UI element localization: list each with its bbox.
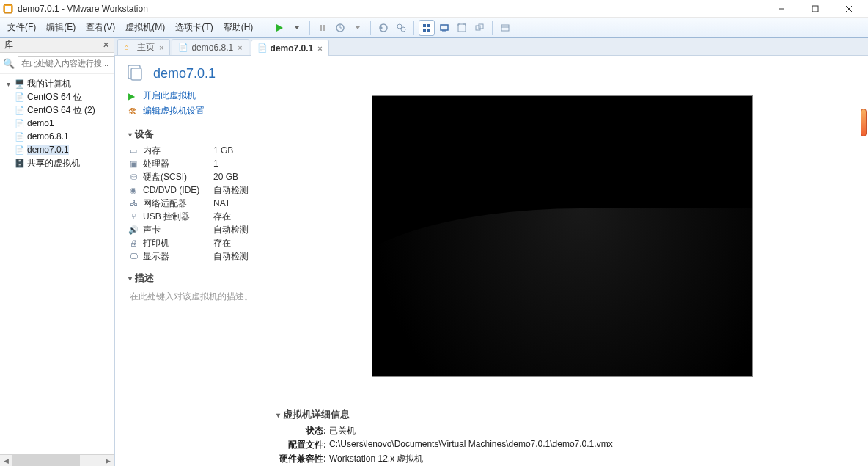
cpu-icon: ▣ bbox=[128, 159, 139, 169]
tree-label: CentOS 64 位 bbox=[27, 91, 82, 103]
devices-section-header[interactable]: ▾ 设备 bbox=[128, 128, 254, 141]
tab-label: demo7.0.1 bbox=[271, 43, 314, 54]
tree-node-vm[interactable]: 📄 demo1 bbox=[1, 117, 114, 130]
tree-node-vm[interactable]: 📄 CentOS 64 位 bbox=[1, 90, 114, 103]
device-row-cpu[interactable]: ▣处理器1 bbox=[128, 157, 254, 170]
menu-help[interactable]: 帮助(H) bbox=[219, 20, 258, 35]
edit-icon: 🛠 bbox=[128, 106, 139, 117]
sidebar: 库 ✕ 🔍 ▼ ▾ 🖥️ 我的计算机 📄 CentOS 64 位 📄 CentO… bbox=[0, 38, 114, 466]
app-logo-icon bbox=[3, 4, 13, 14]
description-placeholder[interactable]: 在此处键入对该虚拟机的描述。 bbox=[128, 288, 254, 306]
tab-close-icon[interactable]: × bbox=[317, 44, 322, 53]
vm-right-pane: ▾ 虚拟机详细信息 状态:已关机 配置文件:C:\Users\lenovo\Do… bbox=[262, 88, 868, 466]
tree-node-vm[interactable]: 📄 CentOS 64 位 (2) bbox=[1, 103, 114, 117]
vm-console-preview[interactable] bbox=[372, 95, 753, 377]
svg-rect-21 bbox=[427, 29, 430, 32]
close-button[interactable] bbox=[839, 1, 859, 16]
svg-rect-27 bbox=[501, 25, 509, 31]
tree-node-shared[interactable]: 🗄️ 共享的虚拟机 bbox=[1, 156, 114, 170]
hdd-icon: ⛁ bbox=[128, 172, 139, 182]
power-on-icon[interactable] bbox=[271, 20, 287, 36]
collapse-icon: ▾ bbox=[128, 131, 132, 139]
menu-file[interactable]: 文件(F) bbox=[3, 20, 40, 35]
tab-close-icon[interactable]: × bbox=[159, 43, 163, 52]
unity-icon[interactable] bbox=[471, 20, 488, 36]
toolbar-separator bbox=[492, 21, 493, 35]
device-row-memory[interactable]: ▭内存1 GB bbox=[128, 144, 254, 157]
tab-vm[interactable]: 📄 demo6.8.1 × bbox=[172, 39, 249, 55]
thumbnail-view-icon[interactable] bbox=[419, 20, 435, 36]
tabs-row: ⌂ 主页 × 📄 demo6.8.1 × 📄 demo7.0.1 × bbox=[114, 38, 868, 56]
details-section-header[interactable]: ▾ 虚拟机详细信息 bbox=[276, 408, 847, 421]
collapse-icon: ▾ bbox=[276, 411, 280, 419]
action-label: 编辑虚拟机设置 bbox=[143, 105, 205, 117]
tree-node-vm[interactable]: 📄 demo6.8.1 bbox=[1, 130, 114, 143]
tab-close-icon[interactable]: × bbox=[238, 43, 242, 52]
right-edge-handle[interactable] bbox=[861, 109, 867, 136]
vm-details-section: ▾ 虚拟机详细信息 状态:已关机 配置文件:C:\Users\lenovo\Do… bbox=[269, 399, 855, 466]
vm-large-icon bbox=[125, 63, 146, 84]
detail-row-compat: 硬件兼容性:Workstation 12.x 虚拟机 bbox=[276, 452, 847, 466]
menu-tabs[interactable]: 选项卡(T) bbox=[171, 20, 217, 35]
edit-settings-link[interactable]: 🛠 编辑虚拟机设置 bbox=[128, 103, 254, 119]
menubar-row: 文件(F) 编辑(E) 查看(V) 虚拟机(M) 选项卡(T) 帮助(H) bbox=[0, 18, 868, 38]
tab-home[interactable]: ⌂ 主页 × bbox=[117, 39, 170, 55]
sidebar-scrollbar[interactable]: ◀ ▶ bbox=[0, 454, 114, 466]
expand-icon[interactable]: ▾ bbox=[4, 80, 12, 88]
tree-label: 我的计算机 bbox=[27, 78, 71, 90]
device-row-display[interactable]: 🖵显示器自动检测 bbox=[128, 250, 254, 263]
menu-edit[interactable]: 编辑(E) bbox=[42, 20, 80, 35]
scroll-left-icon[interactable]: ◀ bbox=[0, 455, 12, 466]
sidebar-search: 🔍 ▼ bbox=[0, 53, 114, 74]
tab-vm-active[interactable]: 📄 demo7.0.1 × bbox=[251, 40, 329, 56]
search-input[interactable] bbox=[18, 56, 126, 70]
svg-rect-8 bbox=[320, 25, 322, 31]
svg-marker-15 bbox=[380, 26, 383, 30]
device-row-usb[interactable]: ⑂USB 控制器存在 bbox=[128, 210, 254, 223]
minimize-button[interactable] bbox=[771, 1, 792, 16]
section-title: 设备 bbox=[135, 128, 154, 141]
console-view-icon[interactable] bbox=[436, 20, 452, 36]
tree-node-vm-selected[interactable]: 📄 demo7.0.1 bbox=[1, 143, 114, 156]
library-icon[interactable] bbox=[497, 20, 513, 36]
menubar: 文件(F) 编辑(E) 查看(V) 虚拟机(M) 选项卡(T) 帮助(H) bbox=[3, 20, 257, 35]
vm-icon: 📄 bbox=[15, 105, 25, 115]
toolbar-separator bbox=[370, 21, 371, 35]
printer-icon: 🖨 bbox=[128, 239, 139, 247]
revert-icon[interactable] bbox=[375, 20, 391, 36]
vm-header: demo7.0.1 bbox=[115, 56, 868, 88]
vm-icon: 📄 bbox=[15, 145, 25, 155]
snapshot-icon[interactable] bbox=[332, 20, 348, 36]
tree-label: CentOS 64 位 (2) bbox=[27, 104, 95, 117]
svg-rect-18 bbox=[423, 24, 426, 27]
vm-tab-icon: 📄 bbox=[178, 43, 188, 53]
device-row-hdd[interactable]: ⛁硬盘(SCSI)20 GB bbox=[128, 170, 254, 183]
menu-view[interactable]: 查看(V) bbox=[81, 20, 119, 35]
section-title: 描述 bbox=[135, 272, 154, 285]
usb-icon: ⑂ bbox=[128, 212, 139, 221]
sidebar-close-icon[interactable]: ✕ bbox=[103, 40, 109, 50]
manage-snapshots-icon[interactable] bbox=[393, 20, 409, 36]
device-row-network[interactable]: 🖧网络适配器NAT bbox=[128, 197, 254, 210]
device-row-printer[interactable]: 🖨打印机存在 bbox=[128, 236, 254, 250]
snapshot-dropdown-icon[interactable] bbox=[350, 20, 366, 36]
tree-node-mycomputer[interactable]: ▾ 🖥️ 我的计算机 bbox=[1, 77, 114, 90]
power-dropdown-icon[interactable] bbox=[289, 20, 305, 36]
vm-name-heading: demo7.0.1 bbox=[153, 66, 216, 81]
scroll-thumb[interactable] bbox=[12, 455, 80, 466]
toolbar-separator bbox=[413, 21, 414, 35]
power-on-link[interactable]: ▶ 开启此虚拟机 bbox=[128, 88, 254, 103]
svg-marker-13 bbox=[356, 26, 360, 29]
svg-rect-26 bbox=[479, 24, 483, 29]
menu-vm[interactable]: 虚拟机(M) bbox=[121, 20, 169, 35]
fullscreen-icon[interactable] bbox=[454, 20, 470, 36]
svg-rect-1 bbox=[5, 6, 11, 12]
device-row-cd[interactable]: ◉CD/DVD (IDE)自动检测 bbox=[128, 183, 254, 197]
suspend-icon[interactable] bbox=[315, 20, 331, 36]
description-section-header[interactable]: ▾ 描述 bbox=[128, 272, 254, 285]
play-icon: ▶ bbox=[128, 91, 139, 101]
device-row-sound[interactable]: 🔊声卡自动检测 bbox=[128, 223, 254, 236]
maximize-button[interactable] bbox=[805, 1, 825, 16]
vm-page: demo7.0.1 ▶ 开启此虚拟机 🛠 编辑虚拟机设置 ▾ 设备 bbox=[114, 56, 868, 466]
scroll-right-icon[interactable]: ▶ bbox=[102, 455, 114, 466]
